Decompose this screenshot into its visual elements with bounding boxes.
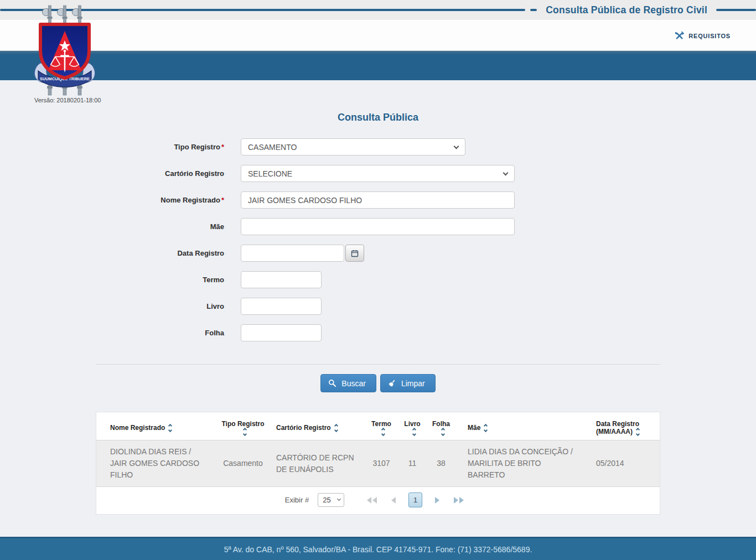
nome-registrado-label: Nome Registrado*	[96, 196, 224, 204]
termo-input[interactable]	[241, 271, 322, 288]
header-row: Nome Registrado Tipo Registro Cartório R…	[96, 412, 660, 440]
tools-icon	[675, 31, 684, 40]
livro-label: Livro	[96, 302, 224, 310]
tipo-registro-label: Tipo Registro*	[96, 143, 224, 151]
required-asterisk: *	[221, 196, 224, 204]
next-page-button[interactable]	[435, 497, 439, 504]
tipo-registro-select[interactable]: CASAMENTO	[241, 138, 465, 155]
version-text: Versão: 20180201-18:00	[34, 97, 101, 103]
sort-icon	[335, 424, 338, 432]
cell-cartorio-registro: CARTÓRIO DE RCPN DE EUNÁPOLIS	[271, 440, 365, 487]
data-registro-input[interactable]	[241, 245, 344, 262]
form-divider	[96, 364, 660, 365]
buscar-button[interactable]: Buscar	[320, 374, 376, 392]
folha-label: Folha	[96, 329, 224, 337]
required-asterisk: *	[221, 143, 224, 151]
calendar-icon	[351, 250, 359, 257]
last-page-button[interactable]	[454, 497, 464, 504]
sort-icon	[244, 428, 246, 435]
current-page-button[interactable]: 1	[408, 492, 422, 507]
blue-band	[0, 51, 756, 80]
exibir-label: Exibir #	[285, 496, 309, 504]
form-row-mae: Mãe	[96, 218, 660, 235]
col-header-data-registro[interactable]: Data Registro (MM/AAAA)	[584, 412, 660, 440]
cell-nome-registrado: DIOLINDA DIAS REIS / JAIR GOMES CARDOSO …	[96, 440, 215, 487]
col-header-livro[interactable]: Livro	[398, 412, 427, 440]
top-bar: Consulta Pública de Registro Civil	[0, 0, 756, 20]
form-row-folha: Folha	[96, 324, 660, 341]
sort-icon	[382, 428, 385, 435]
livro-input[interactable]	[241, 298, 322, 315]
data-registro-label: Data Registro	[96, 249, 224, 257]
calendar-button[interactable]	[345, 245, 364, 262]
header-band: REQUISITOS	[0, 20, 756, 51]
results-card: Nome Registrado Tipo Registro Cartório R…	[96, 412, 660, 515]
col-header-folha[interactable]: Folha	[427, 412, 455, 440]
cell-termo: 3107	[365, 440, 398, 487]
cell-mae: LIDIA DIAS DA CONCEIÇÃO / MARILITA DE BR…	[455, 440, 584, 487]
tjba-logo: SUUMCUIQUE TRIBUERE	[32, 2, 98, 97]
cell-folha: 38	[427, 440, 455, 487]
table-row: DIOLINDA DIAS REIS / JAIR GOMES CARDOSO …	[96, 440, 660, 487]
folha-input[interactable]	[241, 324, 322, 341]
form-row-cartorio-registro: Cartório Registro SELECIONE	[96, 165, 660, 182]
limpar-button[interactable]: Limpar	[380, 374, 436, 392]
cell-livro: 11	[398, 440, 427, 487]
col-header-mae[interactable]: Mãe	[455, 412, 584, 440]
sort-icon	[636, 428, 639, 435]
mae-label: Mãe	[96, 222, 224, 231]
col-header-cartorio-registro[interactable]: Cartório Registro	[271, 412, 365, 440]
previous-page-button[interactable]	[391, 497, 396, 504]
cartorio-registro-label: Cartório Registro	[96, 169, 224, 178]
sort-icon	[169, 424, 172, 432]
form-row-data-registro: Data Registro	[96, 245, 660, 262]
mae-input[interactable]	[241, 218, 515, 235]
termo-label: Termo	[96, 276, 224, 284]
footer-address: 5ª Av. do CAB, nº 560, Salvador/BA - Bra…	[224, 545, 532, 554]
form-row-nome-registrado: Nome Registrado*	[96, 191, 660, 209]
first-page-button[interactable]	[367, 497, 377, 504]
col-header-tipo-registro[interactable]: Tipo Registro	[215, 412, 271, 440]
sort-icon	[413, 428, 416, 435]
sort-icon	[484, 424, 487, 432]
col-header-nome-registrado[interactable]: Nome Registrado	[96, 412, 215, 440]
page-size-select[interactable]: 25	[318, 493, 344, 507]
form-row-tipo-registro: Tipo Registro* CASAMENTO	[96, 138, 660, 155]
requisitos-label: REQUISITOS	[688, 33, 731, 39]
title-rule-right	[716, 9, 756, 11]
cell-data-registro: 05/2014	[584, 440, 660, 487]
app-title: Consulta Pública de Registro Civil	[546, 4, 707, 16]
cell-tipo-registro: Casamento	[215, 440, 271, 487]
broom-icon	[388, 379, 396, 387]
requisitos-link[interactable]: REQUISITOS	[675, 31, 731, 40]
search-icon	[328, 379, 336, 387]
title-rule-dash	[530, 9, 537, 11]
pagination: Exibir # 25 1	[96, 487, 660, 514]
form-row-livro: Livro	[96, 298, 660, 315]
nome-registrado-input[interactable]	[241, 191, 515, 209]
results-table: Nome Registrado Tipo Registro Cartório R…	[96, 412, 660, 487]
form-row-termo: Termo	[96, 271, 660, 288]
page-title: Consulta Pública	[96, 112, 660, 123]
cartorio-registro-select[interactable]: SELECIONE	[241, 165, 515, 182]
footer: 5ª Av. do CAB, nº 560, Salvador/BA - Bra…	[0, 537, 756, 560]
col-header-termo[interactable]: Termo	[365, 412, 398, 440]
main-content: Consulta Pública Tipo Registro* CASAMENT…	[96, 112, 660, 515]
sort-icon	[442, 428, 444, 435]
coat-of-arms: SUUMCUIQUE TRIBUERE	[32, 2, 98, 97]
